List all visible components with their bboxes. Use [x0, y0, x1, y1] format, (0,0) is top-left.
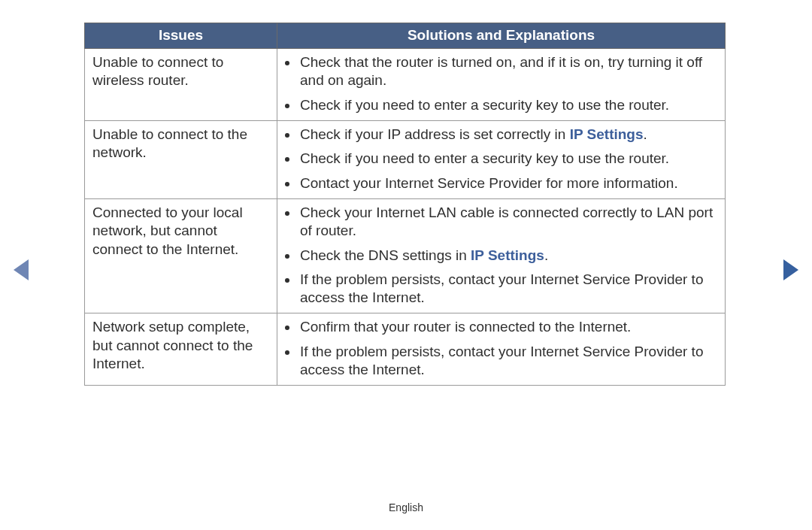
solution-text: Check the DNS settings in	[300, 247, 471, 263]
solution-item: If the problem persists, contact your In…	[298, 343, 719, 380]
solution-list: Check if your IP address is set correctl…	[285, 126, 719, 192]
next-page-arrow[interactable]	[783, 259, 798, 280]
solution-text: .	[644, 126, 647, 142]
header-issues: Issues	[85, 23, 277, 49]
ip-settings-link[interactable]: IP Settings	[570, 126, 644, 142]
header-solutions: Solutions and Explanations	[277, 23, 726, 49]
solution-cell: Confirm that your router is connected to…	[277, 313, 726, 386]
table-row: Unable to connect to the network.Check i…	[85, 120, 726, 198]
issue-cell: Unable to connect to the network.	[85, 120, 277, 198]
prev-page-arrow[interactable]	[14, 259, 29, 280]
solution-item: Check if you need to enter a security ke…	[298, 96, 719, 114]
troubleshooting-table: Issues Solutions and Explanations Unable…	[84, 23, 726, 386]
solution-item: Check the DNS settings in IP Settings.	[298, 247, 719, 265]
solution-text: Check if your IP address is set correctl…	[300, 126, 570, 142]
solution-cell: Check if your IP address is set correctl…	[277, 120, 726, 198]
solution-cell: Check that the router is turned on, and …	[277, 49, 726, 121]
table-row: Unable to connect to wireless router.Che…	[85, 49, 726, 121]
table-row: Connected to your local network, but can…	[85, 198, 726, 313]
issue-cell: Connected to your local network, but can…	[85, 198, 277, 313]
solution-item: Check if your IP address is set correctl…	[298, 126, 719, 144]
issue-cell: Unable to connect to wireless router.	[85, 49, 277, 121]
solution-item: Check that the router is turned on, and …	[298, 53, 719, 90]
solution-list: Check your Internet LAN cable is connect…	[285, 204, 719, 307]
solution-item: If the problem persists, contact your In…	[298, 271, 719, 307]
footer-language: English	[0, 501, 812, 513]
solution-item: Check your Internet LAN cable is connect…	[298, 204, 719, 241]
table-row: Network setup complete, but cannot conne…	[85, 313, 726, 386]
solution-item: Confirm that your router is connected to…	[298, 318, 719, 336]
page: Issues Solutions and Explanations Unable…	[0, 0, 812, 530]
solution-cell: Check your Internet LAN cable is connect…	[277, 198, 726, 313]
ip-settings-link[interactable]: IP Settings	[471, 247, 544, 263]
solution-item: Contact your Internet Service Provider f…	[298, 174, 719, 192]
issue-cell: Network setup complete, but cannot conne…	[85, 313, 277, 386]
troubleshooting-table-wrap: Issues Solutions and Explanations Unable…	[84, 23, 725, 386]
solution-list: Confirm that your router is connected to…	[285, 318, 719, 379]
solution-text: .	[544, 247, 548, 263]
solution-item: Check if you need to enter a security ke…	[298, 150, 719, 168]
solution-list: Check that the router is turned on, and …	[285, 53, 719, 114]
